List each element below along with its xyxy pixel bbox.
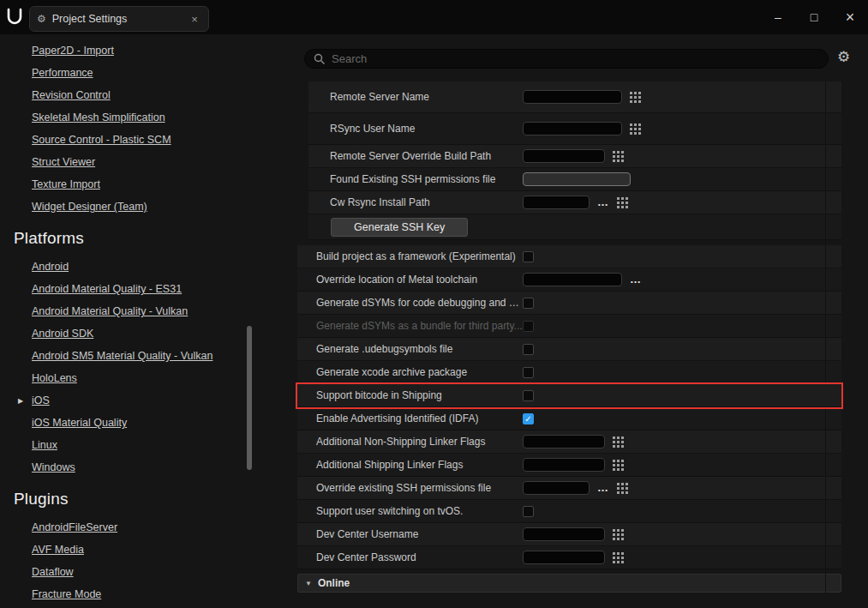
array-grid-icon[interactable] bbox=[630, 92, 641, 103]
ellipsis-button[interactable]: … bbox=[597, 198, 609, 207]
array-grid-icon[interactable] bbox=[617, 483, 628, 494]
settings-row-support-user-switching-on-tvos: Support user switching on tvOS. bbox=[297, 500, 841, 523]
checkbox[interactable] bbox=[523, 321, 534, 332]
search-icon bbox=[314, 53, 326, 65]
settings-row-override-location-of-metal-toolchain: Override location of Metal toolchain… bbox=[297, 268, 841, 292]
settings-row-support-bitcode-in-shipping: Support bitcode in Shipping bbox=[297, 384, 841, 407]
chevron-right-icon[interactable]: ▶ bbox=[18, 397, 23, 405]
sidebar-item-paper2d-import[interactable]: Paper2D - Import bbox=[0, 39, 296, 62]
sidebar-section-plugins: Plugins bbox=[0, 487, 296, 511]
setting-label: Generate .udebugsymbols file bbox=[297, 343, 523, 355]
sidebar-item-texture-import[interactable]: Texture Import bbox=[0, 173, 296, 196]
sidebar-item-skeletal-mesh-simplification[interactable]: Skeletal Mesh Simplification bbox=[0, 106, 296, 129]
sidebar: Paper2D - ImportPerformanceRevision Cont… bbox=[0, 34, 296, 608]
sidebar-item-widget-designer-team[interactable]: Widget Designer (Team) bbox=[0, 196, 296, 218]
text-field[interactable] bbox=[523, 122, 622, 135]
text-field[interactable] bbox=[523, 481, 590, 495]
tab-project-settings[interactable]: ⚙ Project Settings × bbox=[29, 6, 209, 32]
close-button[interactable]: × bbox=[832, 0, 868, 34]
settings-row-additional-shipping-linker-flags: Additional Shipping Linker Flags bbox=[297, 454, 841, 477]
sidebar-item-android[interactable]: Android bbox=[0, 256, 296, 278]
settings-row-rsync-user-name: RSync User Name bbox=[308, 113, 841, 145]
sidebar-item-androidfileserver[interactable]: AndroidFileServer bbox=[0, 516, 296, 539]
text-field[interactable] bbox=[523, 90, 622, 104]
sidebar-item-label: Android SDK bbox=[32, 328, 93, 340]
settings-row-enable-advertising-identified-idfa: Enable Advertising Identified (IDFA)✓ bbox=[297, 407, 841, 430]
sidebar-item-revision-control[interactable]: Revision Control bbox=[0, 84, 296, 106]
array-grid-icon[interactable] bbox=[630, 123, 641, 135]
settings-row-generate-dsyms-as-a-bundle-for-third-party: Generate dSYMs as a bundle for third par… bbox=[297, 315, 841, 338]
array-grid-icon[interactable] bbox=[613, 436, 624, 448]
array-grid-icon[interactable] bbox=[613, 151, 624, 162]
setting-label: Generate xcode archive package bbox=[297, 366, 523, 378]
maximize-button[interactable]: □ bbox=[796, 0, 832, 34]
setting-label: Additional Non-Shipping Linker Flags bbox=[297, 436, 523, 448]
settings-gear-icon: ⚙ bbox=[37, 14, 46, 24]
array-grid-icon[interactable] bbox=[613, 552, 624, 563]
settings-panel: Search ⚙ Remote Server NameRSync User Na… bbox=[296, 34, 868, 608]
generate-ssh-key-button[interactable]: Generate SSH Key bbox=[331, 218, 468, 237]
sidebar-item-label: Texture Import bbox=[32, 178, 100, 190]
sidebar-item-dataflow[interactable]: Dataflow bbox=[0, 561, 296, 583]
sidebar-item-avf-media[interactable]: AVF Media bbox=[0, 539, 296, 561]
settings-row-override-existing-ssh-permissions-file: Override existing SSH permissions file… bbox=[297, 477, 841, 500]
checkbox[interactable] bbox=[523, 390, 534, 401]
sidebar-item-label: Dataflow bbox=[32, 566, 74, 578]
sidebar-item-label: AVF Media bbox=[32, 544, 84, 556]
setting-label: Generate dSYMs for code debugging and pr… bbox=[297, 297, 523, 309]
settings-row-additional-non-shipping-linker-flags: Additional Non-Shipping Linker Flags bbox=[297, 430, 841, 454]
sidebar-item-label: Struct Viewer bbox=[32, 156, 95, 168]
settings-row-dev-center-username: Dev Center Username bbox=[297, 523, 841, 546]
array-grid-icon[interactable] bbox=[617, 197, 628, 208]
ellipsis-button[interactable]: … bbox=[630, 275, 642, 284]
checkbox[interactable] bbox=[523, 344, 534, 355]
settings-options-gear-icon[interactable]: ⚙ bbox=[837, 50, 850, 64]
settings-row-cw-rsync-install-path: Cw Rsync Install Path… bbox=[308, 191, 841, 214]
checkbox[interactable] bbox=[523, 367, 534, 378]
setting-label: RSync User Name bbox=[308, 123, 523, 135]
checkbox[interactable] bbox=[523, 506, 534, 517]
sidebar-section-platforms: Platforms bbox=[0, 226, 296, 250]
search-placeholder: Search bbox=[332, 52, 367, 65]
tab-close-icon[interactable]: × bbox=[188, 12, 201, 26]
sidebar-item-performance[interactable]: Performance bbox=[0, 62, 296, 84]
setting-label: Remote Server Name bbox=[308, 91, 523, 103]
array-grid-icon[interactable] bbox=[613, 529, 624, 540]
unreal-logo bbox=[0, 0, 29, 34]
checkbox-checked[interactable]: ✓ bbox=[523, 413, 534, 424]
setting-label: Found Existing SSH permissions file bbox=[308, 173, 523, 185]
sidebar-item-label: Android Material Quality - ES31 bbox=[32, 283, 182, 295]
setting-label: Dev Center Username bbox=[297, 528, 523, 540]
minimize-button[interactable]: – bbox=[760, 0, 796, 34]
setting-label: Generate dSYMs as a bundle for third par… bbox=[297, 320, 523, 332]
settings-row-generate-xcode-archive-package: Generate xcode archive package bbox=[297, 361, 841, 384]
sidebar-scrollbar-thumb[interactable] bbox=[247, 326, 252, 470]
sidebar-item-android-material-quality-es31[interactable]: Android Material Quality - ES31 bbox=[0, 278, 296, 300]
text-field[interactable] bbox=[523, 458, 605, 472]
checkbox[interactable] bbox=[523, 251, 534, 262]
text-field[interactable] bbox=[523, 196, 590, 209]
sidebar-item-label: iOS Material Quality bbox=[32, 417, 127, 429]
sidebar-item-label: Android SM5 Material Quality - Vulkan bbox=[32, 350, 213, 362]
search-input[interactable]: Search bbox=[304, 49, 829, 69]
section-header-online[interactable]: ▼ Online bbox=[297, 574, 841, 593]
text-field-readonly[interactable] bbox=[523, 172, 631, 186]
sidebar-item-source-control-plastic-scm[interactable]: Source Control - Plastic SCM bbox=[0, 129, 296, 151]
sidebar-item-label: Fracture Mode bbox=[32, 588, 101, 600]
array-grid-icon[interactable] bbox=[613, 460, 624, 471]
sidebar-item-struct-viewer[interactable]: Struct Viewer bbox=[0, 151, 296, 173]
ellipsis-button[interactable]: … bbox=[597, 484, 609, 492]
setting-label: Cw Rsync Install Path bbox=[308, 196, 523, 208]
tab-title: Project Settings bbox=[52, 13, 182, 25]
text-field[interactable] bbox=[523, 273, 622, 286]
text-field[interactable] bbox=[523, 551, 605, 564]
sidebar-item-label: Android Material Quality - Vulkan bbox=[32, 305, 188, 317]
sidebar-item-fracture-mode[interactable]: Fracture Mode bbox=[0, 583, 296, 605]
sidebar-item-android-material-quality-vulkan[interactable]: Android Material Quality - Vulkan bbox=[0, 300, 296, 322]
settings-row-generate-ssh-key: Generate SSH Key bbox=[308, 214, 841, 240]
settings-row-remote-server-override-build-path: Remote Server Override Build Path bbox=[308, 145, 841, 168]
text-field[interactable] bbox=[523, 149, 605, 163]
checkbox[interactable] bbox=[523, 298, 534, 309]
text-field[interactable] bbox=[523, 435, 605, 448]
text-field[interactable] bbox=[523, 527, 605, 541]
